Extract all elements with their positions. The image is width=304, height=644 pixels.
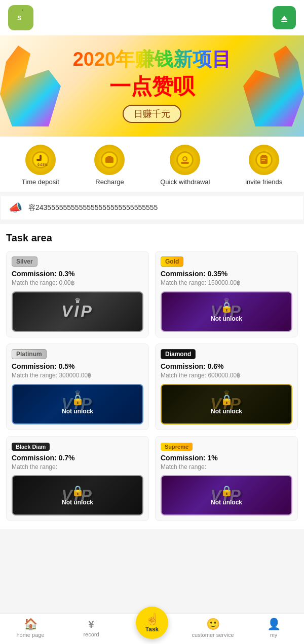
- svg-text:S: S: [17, 15, 21, 22]
- home-label: home page: [16, 632, 44, 638]
- task-fab-label: Task: [145, 626, 159, 633]
- notice-bar: 📣 容2435555555555555555555555555555: [0, 196, 304, 220]
- banner: 2020年赚钱新项目 一点赞呗 日赚千元: [0, 35, 304, 137]
- record-label: record: [83, 631, 99, 637]
- action-quick-withdrawal[interactable]: Quick withdrawal: [160, 145, 210, 186]
- time-deposit-label: Time deposit: [22, 178, 59, 186]
- recharge-icon: [94, 145, 125, 175]
- commission-supreme: Commission: 1%: [161, 454, 292, 462]
- my-icon: 👤: [267, 618, 281, 631]
- banner-hand-right: [243, 46, 304, 126]
- badge-silver: Silver: [12, 256, 37, 267]
- range-diamond: Match the range: 600000.00฿: [161, 371, 292, 380]
- task-area-title: Task area: [6, 232, 298, 244]
- svg-rect-8: [36, 159, 42, 161]
- lock-icon-gold: 🔒: [220, 301, 233, 313]
- my-label: my: [270, 632, 278, 638]
- banner-title: 2020年赚钱新项目: [73, 49, 232, 70]
- range-silver: Match the range: 0.00฿: [12, 279, 143, 287]
- svg-rect-22: [261, 158, 267, 159]
- vip-card-silver: ♛ VIP: [12, 291, 143, 332]
- action-recharge[interactable]: Recharge: [94, 145, 125, 186]
- nav-my[interactable]: 👤 my: [243, 618, 304, 638]
- banner-hand-left: [0, 46, 61, 126]
- commission-gold: Commission: 0.35%: [161, 270, 292, 278]
- svg-rect-17: [181, 162, 189, 164]
- home-icon: 🏠: [24, 618, 37, 631]
- crown-silver: ♛: [74, 296, 81, 305]
- customer-service-label: customer service: [192, 632, 234, 638]
- customer-service-icon: 🙂: [206, 618, 220, 631]
- range-supreme: Match the range:: [161, 463, 292, 471]
- not-unlock-label-supreme: Not unlock: [211, 499, 242, 506]
- vip-card-platinum: ♛ VIP 🔒 Not unlock: [12, 384, 143, 424]
- task-card-silver[interactable]: Silver Commission: 0.3% Match the range:…: [6, 251, 149, 337]
- banner-tagline: 日赚千元: [123, 105, 181, 123]
- range-gold: Match the range: 150000.00฿: [161, 279, 292, 287]
- vip-card-diamond: ♛ VIP 🔒 Not unlock: [161, 384, 292, 424]
- not-unlock-blackdiam: 🔒 Not unlock: [13, 476, 142, 514]
- banner-subtitle: 一点赞呗: [109, 72, 195, 101]
- not-unlock-gold: 🔒 Not unlock: [162, 292, 291, 331]
- task-card-diamond[interactable]: Diamond Commission: 0.6% Match the range…: [155, 344, 298, 430]
- not-unlock-label-diamond: Not unlock: [211, 408, 242, 415]
- nav-task-fab[interactable]: ☝️ Task: [122, 617, 182, 639]
- download-button[interactable]: [273, 6, 296, 29]
- lock-icon-supreme: 🔒: [220, 485, 233, 497]
- svg-rect-3: [281, 21, 287, 22]
- not-unlock-supreme: 🔒 Not unlock: [162, 476, 291, 514]
- bottom-nav: 🏠 home page ¥ record ☝️ Task 🙂 customer …: [0, 613, 304, 644]
- action-invite-friends[interactable]: invite friends: [245, 145, 282, 186]
- invite-friends-label: invite friends: [245, 178, 282, 186]
- task-area: Task area Silver Commission: 0.3% Match …: [0, 224, 304, 529]
- task-card-supreme[interactable]: Supreme Commission: 1% Match the range: …: [155, 436, 298, 522]
- commission-blackdiam: Commission: 0.7%: [12, 454, 143, 462]
- task-card-platinum[interactable]: Platinum Commission: 0.5% Match the rang…: [6, 344, 149, 430]
- commission-platinum: Commission: 0.5%: [12, 362, 143, 370]
- task-card-blackdiam[interactable]: Black Diam Commission: 0.7% Match the ra…: [6, 436, 149, 522]
- vip-text-silver: VIP: [61, 302, 94, 321]
- commission-diamond: Commission: 0.6%: [161, 362, 292, 370]
- time-deposit-icon: 0.03%: [25, 145, 56, 175]
- range-blackdiam: Match the range:: [12, 463, 143, 471]
- not-unlock-platinum: 🔒 Not unlock: [13, 385, 142, 423]
- nav-record[interactable]: ¥ record: [61, 619, 122, 637]
- badge-platinum: Platinum: [12, 349, 47, 359]
- quick-withdrawal-icon: [170, 145, 200, 175]
- vip-card-gold: ♛ VIP 🔒 Not unlock: [161, 291, 292, 332]
- lock-icon-platinum: 🔒: [71, 394, 84, 406]
- lock-icon-diamond: 🔒: [220, 394, 233, 406]
- record-icon: ¥: [88, 619, 94, 630]
- not-unlock-label-blackdiam: Not unlock: [62, 499, 93, 506]
- shopify-logo[interactable]: S: [8, 5, 33, 30]
- not-unlock-label-platinum: Not unlock: [62, 408, 93, 415]
- badge-supreme: Supreme: [161, 443, 193, 451]
- task-grid: Silver Commission: 0.3% Match the range:…: [6, 251, 298, 521]
- quick-actions: 0.03% Time deposit Recharge Quick w: [0, 137, 304, 192]
- badge-blackdiam: Black Diam: [12, 443, 50, 451]
- svg-rect-21: [261, 155, 267, 156]
- svg-text:0.03%: 0.03%: [37, 163, 48, 166]
- invite-friends-icon: [249, 145, 279, 175]
- header: S: [0, 0, 304, 35]
- not-unlock-label-gold: Not unlock: [211, 315, 242, 322]
- vip-card-blackdiam: VIP 🔒 Not unlock: [12, 475, 143, 516]
- nav-home[interactable]: 🏠 home page: [0, 618, 61, 638]
- notice-text: 容2435555555555555555555555555555: [28, 203, 158, 212]
- notice-icon: 📣: [9, 201, 22, 214]
- commission-silver: Commission: 0.3%: [12, 270, 143, 278]
- task-fab-icon: ☝️: [145, 613, 159, 626]
- svg-point-16: [183, 157, 186, 160]
- recharge-label: Recharge: [95, 178, 124, 186]
- nav-customer-service[interactable]: 🙂 customer service: [182, 618, 243, 638]
- lock-icon-blackdiam: 🔒: [71, 485, 84, 497]
- vip-card-supreme: VIP 🔒 Not unlock: [161, 475, 292, 516]
- badge-gold: Gold: [161, 256, 183, 267]
- not-unlock-diamond: 🔒 Not unlock: [162, 385, 291, 423]
- action-time-deposit[interactable]: 0.03% Time deposit: [22, 145, 59, 186]
- svg-rect-23: [261, 160, 265, 161]
- badge-diamond: Diamond: [161, 349, 196, 359]
- quick-withdrawal-label: Quick withdrawal: [160, 178, 210, 186]
- task-card-gold[interactable]: Gold Commission: 0.35% Match the range: …: [155, 251, 298, 337]
- task-fab[interactable]: ☝️ Task: [136, 607, 168, 639]
